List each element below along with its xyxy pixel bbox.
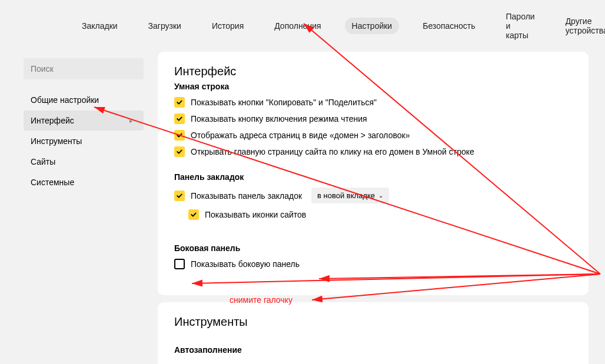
chevron-down-icon: ⌄ bbox=[378, 192, 383, 199]
annotation-remove-check: снимите галочку bbox=[230, 295, 292, 305]
tab-downloads[interactable]: Загрузки bbox=[141, 18, 188, 34]
bookmarks-heading: Панель закладок bbox=[174, 172, 572, 182]
checkbox-show-sidepanel[interactable] bbox=[174, 259, 185, 269]
sidebar-item-general[interactable]: Общие настройки bbox=[24, 90, 144, 110]
tab-bookmarks[interactable]: Закладки bbox=[75, 18, 125, 34]
checkbox-domain-title[interactable] bbox=[174, 130, 185, 141]
interface-title: Интерфейс bbox=[174, 65, 572, 78]
sidebar-item-system[interactable]: Системные bbox=[24, 172, 144, 192]
tools-card: Инструменты Автозаполнение bbox=[158, 302, 589, 364]
tab-devices[interactable]: Другие устройства bbox=[559, 13, 605, 39]
tab-history[interactable]: История bbox=[205, 18, 251, 34]
checkbox-open-main[interactable] bbox=[174, 146, 185, 157]
opt-show-sidepanel[interactable]: Показывать боковую панель bbox=[174, 259, 572, 269]
tab-passwords[interactable]: Пароли и карты bbox=[499, 8, 542, 44]
sidebar-item-sites[interactable]: Сайты bbox=[24, 152, 144, 172]
tab-addons[interactable]: Дополнения bbox=[267, 18, 328, 34]
checkbox-copy-share[interactable] bbox=[174, 97, 185, 108]
opt-label: Показывать панель закладок bbox=[191, 191, 302, 201]
opt-label: Показывать боковую панель bbox=[191, 259, 300, 269]
opt-show-icons[interactable]: Показывать иконки сайтов bbox=[188, 209, 572, 220]
opt-label: Открывать главную страницу сайта по клик… bbox=[191, 147, 474, 156]
sidebar-item-label: Интерфейс bbox=[31, 116, 74, 125]
opt-show-bookmarks-bar[interactable]: Показывать панель закладок в новой вклад… bbox=[174, 188, 572, 203]
sidebar-item-tools[interactable]: Инструменты bbox=[24, 131, 144, 151]
interface-card: Интерфейс Умная строка Показывать кнопки… bbox=[158, 52, 589, 295]
sidebar: Поиск Общие настройки Интерфейс ▸ Инстру… bbox=[24, 52, 144, 364]
search-input[interactable]: Поиск bbox=[24, 58, 144, 79]
top-tabs: Закладки Загрузки История Дополнения Нас… bbox=[0, 0, 605, 52]
opt-copy-share[interactable]: Показывать кнопки "Копировать" и "Подели… bbox=[174, 97, 572, 108]
opt-label: Отображать адреса страниц в виде «домен … bbox=[191, 131, 410, 140]
checkbox-show-icons[interactable] bbox=[188, 209, 199, 220]
main-content: Интерфейс Умная строка Показывать кнопки… bbox=[158, 52, 589, 364]
tools-title: Инструменты bbox=[174, 315, 572, 329]
autofill-heading: Автозаполнение bbox=[174, 345, 572, 355]
opt-label: Показывать кнопки "Копировать" и "Подели… bbox=[191, 98, 377, 107]
checkbox-reader[interactable] bbox=[174, 113, 185, 124]
smartline-heading: Умная строка bbox=[174, 82, 572, 91]
select-value: в новой вкладке bbox=[317, 191, 375, 200]
opt-reader[interactable]: Показывать кнопку включения режима чтени… bbox=[174, 113, 572, 124]
sidepanel-heading: Боковая панель bbox=[174, 243, 572, 253]
opt-label: Показывать иконки сайтов bbox=[205, 210, 306, 219]
opt-domain-title[interactable]: Отображать адреса страниц в виде «домен … bbox=[174, 130, 572, 141]
sidebar-item-interface[interactable]: Интерфейс ▸ bbox=[24, 111, 144, 131]
tab-settings[interactable]: Настройки bbox=[345, 18, 400, 34]
checkbox-show-bookmarks[interactable] bbox=[174, 191, 185, 201]
chevron-right-icon: ▸ bbox=[129, 117, 133, 125]
opt-open-main[interactable]: Открывать главную страницу сайта по клик… bbox=[174, 146, 572, 157]
bookmarks-bar-select[interactable]: в новой вкладке ⌄ bbox=[311, 188, 389, 203]
tab-security[interactable]: Безопасность bbox=[415, 18, 482, 34]
opt-label: Показывать кнопку включения режима чтени… bbox=[191, 114, 367, 123]
